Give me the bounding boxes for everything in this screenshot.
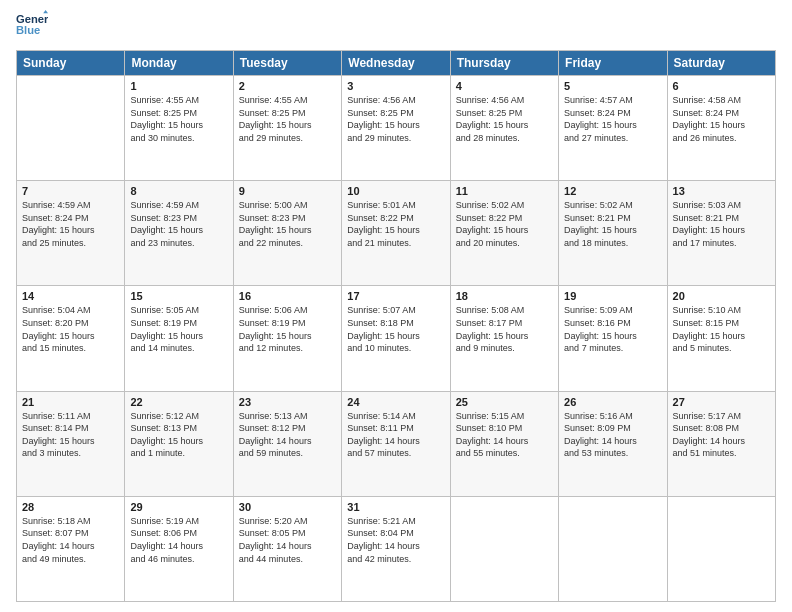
weekday-header-wednesday: Wednesday bbox=[342, 51, 450, 76]
cell-content: Sunrise: 4:59 AMSunset: 8:24 PMDaylight:… bbox=[22, 199, 119, 249]
day-number: 20 bbox=[673, 290, 770, 302]
calendar-day-6: 6Sunrise: 4:58 AMSunset: 8:24 PMDaylight… bbox=[667, 76, 775, 181]
logo-icon: GeneralBlue bbox=[16, 10, 48, 42]
calendar-day-18: 18Sunrise: 5:08 AMSunset: 8:17 PMDayligh… bbox=[450, 286, 558, 391]
cell-content: Sunrise: 4:55 AMSunset: 8:25 PMDaylight:… bbox=[130, 94, 227, 144]
cell-content: Sunrise: 5:06 AMSunset: 8:19 PMDaylight:… bbox=[239, 304, 336, 354]
cell-content: Sunrise: 5:17 AMSunset: 8:08 PMDaylight:… bbox=[673, 410, 770, 460]
day-number: 19 bbox=[564, 290, 661, 302]
day-number: 13 bbox=[673, 185, 770, 197]
cell-content: Sunrise: 5:10 AMSunset: 8:15 PMDaylight:… bbox=[673, 304, 770, 354]
cell-content: Sunrise: 5:12 AMSunset: 8:13 PMDaylight:… bbox=[130, 410, 227, 460]
weekday-header-sunday: Sunday bbox=[17, 51, 125, 76]
empty-cell bbox=[17, 76, 125, 181]
day-number: 9 bbox=[239, 185, 336, 197]
calendar-day-7: 7Sunrise: 4:59 AMSunset: 8:24 PMDaylight… bbox=[17, 181, 125, 286]
day-number: 14 bbox=[22, 290, 119, 302]
calendar-day-5: 5Sunrise: 4:57 AMSunset: 8:24 PMDaylight… bbox=[559, 76, 667, 181]
day-number: 17 bbox=[347, 290, 444, 302]
empty-cell bbox=[559, 496, 667, 601]
day-number: 1 bbox=[130, 80, 227, 92]
calendar-day-3: 3Sunrise: 4:56 AMSunset: 8:25 PMDaylight… bbox=[342, 76, 450, 181]
calendar-day-21: 21Sunrise: 5:11 AMSunset: 8:14 PMDayligh… bbox=[17, 391, 125, 496]
day-number: 27 bbox=[673, 396, 770, 408]
cell-content: Sunrise: 5:08 AMSunset: 8:17 PMDaylight:… bbox=[456, 304, 553, 354]
calendar-day-12: 12Sunrise: 5:02 AMSunset: 8:21 PMDayligh… bbox=[559, 181, 667, 286]
day-number: 25 bbox=[456, 396, 553, 408]
day-number: 29 bbox=[130, 501, 227, 513]
cell-content: Sunrise: 4:55 AMSunset: 8:25 PMDaylight:… bbox=[239, 94, 336, 144]
day-number: 6 bbox=[673, 80, 770, 92]
day-number: 22 bbox=[130, 396, 227, 408]
weekday-header-saturday: Saturday bbox=[667, 51, 775, 76]
calendar-day-24: 24Sunrise: 5:14 AMSunset: 8:11 PMDayligh… bbox=[342, 391, 450, 496]
day-number: 15 bbox=[130, 290, 227, 302]
calendar-day-17: 17Sunrise: 5:07 AMSunset: 8:18 PMDayligh… bbox=[342, 286, 450, 391]
calendar-day-14: 14Sunrise: 5:04 AMSunset: 8:20 PMDayligh… bbox=[17, 286, 125, 391]
calendar-week-row: 1Sunrise: 4:55 AMSunset: 8:25 PMDaylight… bbox=[17, 76, 776, 181]
cell-content: Sunrise: 4:59 AMSunset: 8:23 PMDaylight:… bbox=[130, 199, 227, 249]
calendar-day-13: 13Sunrise: 5:03 AMSunset: 8:21 PMDayligh… bbox=[667, 181, 775, 286]
day-number: 28 bbox=[22, 501, 119, 513]
cell-content: Sunrise: 5:00 AMSunset: 8:23 PMDaylight:… bbox=[239, 199, 336, 249]
cell-content: Sunrise: 5:02 AMSunset: 8:21 PMDaylight:… bbox=[564, 199, 661, 249]
weekday-header-row: SundayMondayTuesdayWednesdayThursdayFrid… bbox=[17, 51, 776, 76]
cell-content: Sunrise: 5:05 AMSunset: 8:19 PMDaylight:… bbox=[130, 304, 227, 354]
header: GeneralBlue bbox=[16, 10, 776, 42]
cell-content: Sunrise: 5:13 AMSunset: 8:12 PMDaylight:… bbox=[239, 410, 336, 460]
calendar-day-29: 29Sunrise: 5:19 AMSunset: 8:06 PMDayligh… bbox=[125, 496, 233, 601]
cell-content: Sunrise: 5:01 AMSunset: 8:22 PMDaylight:… bbox=[347, 199, 444, 249]
day-number: 3 bbox=[347, 80, 444, 92]
svg-text:General: General bbox=[16, 13, 48, 25]
day-number: 12 bbox=[564, 185, 661, 197]
day-number: 18 bbox=[456, 290, 553, 302]
cell-content: Sunrise: 5:20 AMSunset: 8:05 PMDaylight:… bbox=[239, 515, 336, 565]
weekday-header-thursday: Thursday bbox=[450, 51, 558, 76]
calendar-day-9: 9Sunrise: 5:00 AMSunset: 8:23 PMDaylight… bbox=[233, 181, 341, 286]
cell-content: Sunrise: 5:02 AMSunset: 8:22 PMDaylight:… bbox=[456, 199, 553, 249]
cell-content: Sunrise: 5:09 AMSunset: 8:16 PMDaylight:… bbox=[564, 304, 661, 354]
calendar-day-27: 27Sunrise: 5:17 AMSunset: 8:08 PMDayligh… bbox=[667, 391, 775, 496]
cell-content: Sunrise: 5:14 AMSunset: 8:11 PMDaylight:… bbox=[347, 410, 444, 460]
day-number: 2 bbox=[239, 80, 336, 92]
calendar-page: GeneralBlue SundayMondayTuesdayWednesday… bbox=[0, 0, 792, 612]
day-number: 30 bbox=[239, 501, 336, 513]
day-number: 7 bbox=[22, 185, 119, 197]
logo: GeneralBlue bbox=[16, 10, 48, 42]
cell-content: Sunrise: 5:21 AMSunset: 8:04 PMDaylight:… bbox=[347, 515, 444, 565]
calendar-day-20: 20Sunrise: 5:10 AMSunset: 8:15 PMDayligh… bbox=[667, 286, 775, 391]
calendar-day-15: 15Sunrise: 5:05 AMSunset: 8:19 PMDayligh… bbox=[125, 286, 233, 391]
cell-content: Sunrise: 5:16 AMSunset: 8:09 PMDaylight:… bbox=[564, 410, 661, 460]
day-number: 11 bbox=[456, 185, 553, 197]
calendar-day-2: 2Sunrise: 4:55 AMSunset: 8:25 PMDaylight… bbox=[233, 76, 341, 181]
cell-content: Sunrise: 5:07 AMSunset: 8:18 PMDaylight:… bbox=[347, 304, 444, 354]
calendar-day-31: 31Sunrise: 5:21 AMSunset: 8:04 PMDayligh… bbox=[342, 496, 450, 601]
cell-content: Sunrise: 5:15 AMSunset: 8:10 PMDaylight:… bbox=[456, 410, 553, 460]
calendar-day-10: 10Sunrise: 5:01 AMSunset: 8:22 PMDayligh… bbox=[342, 181, 450, 286]
calendar-week-row: 7Sunrise: 4:59 AMSunset: 8:24 PMDaylight… bbox=[17, 181, 776, 286]
calendar-week-row: 14Sunrise: 5:04 AMSunset: 8:20 PMDayligh… bbox=[17, 286, 776, 391]
calendar-day-8: 8Sunrise: 4:59 AMSunset: 8:23 PMDaylight… bbox=[125, 181, 233, 286]
cell-content: Sunrise: 5:18 AMSunset: 8:07 PMDaylight:… bbox=[22, 515, 119, 565]
calendar-day-1: 1Sunrise: 4:55 AMSunset: 8:25 PMDaylight… bbox=[125, 76, 233, 181]
calendar-day-16: 16Sunrise: 5:06 AMSunset: 8:19 PMDayligh… bbox=[233, 286, 341, 391]
calendar-day-25: 25Sunrise: 5:15 AMSunset: 8:10 PMDayligh… bbox=[450, 391, 558, 496]
day-number: 21 bbox=[22, 396, 119, 408]
calendar-day-28: 28Sunrise: 5:18 AMSunset: 8:07 PMDayligh… bbox=[17, 496, 125, 601]
calendar-day-11: 11Sunrise: 5:02 AMSunset: 8:22 PMDayligh… bbox=[450, 181, 558, 286]
day-number: 4 bbox=[456, 80, 553, 92]
weekday-header-monday: Monday bbox=[125, 51, 233, 76]
calendar-table: SundayMondayTuesdayWednesdayThursdayFrid… bbox=[16, 50, 776, 602]
empty-cell bbox=[450, 496, 558, 601]
day-number: 24 bbox=[347, 396, 444, 408]
cell-content: Sunrise: 4:56 AMSunset: 8:25 PMDaylight:… bbox=[347, 94, 444, 144]
day-number: 8 bbox=[130, 185, 227, 197]
cell-content: Sunrise: 4:58 AMSunset: 8:24 PMDaylight:… bbox=[673, 94, 770, 144]
cell-content: Sunrise: 4:56 AMSunset: 8:25 PMDaylight:… bbox=[456, 94, 553, 144]
calendar-day-22: 22Sunrise: 5:12 AMSunset: 8:13 PMDayligh… bbox=[125, 391, 233, 496]
weekday-header-tuesday: Tuesday bbox=[233, 51, 341, 76]
calendar-week-row: 28Sunrise: 5:18 AMSunset: 8:07 PMDayligh… bbox=[17, 496, 776, 601]
calendar-day-19: 19Sunrise: 5:09 AMSunset: 8:16 PMDayligh… bbox=[559, 286, 667, 391]
calendar-day-26: 26Sunrise: 5:16 AMSunset: 8:09 PMDayligh… bbox=[559, 391, 667, 496]
svg-text:Blue: Blue bbox=[16, 24, 40, 36]
